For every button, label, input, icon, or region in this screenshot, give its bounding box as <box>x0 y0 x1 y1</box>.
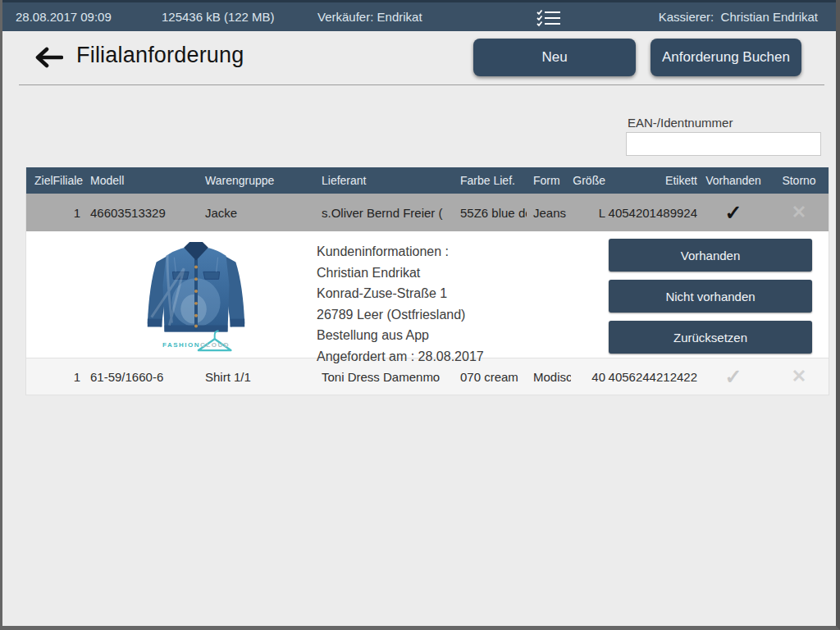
vorhanden-button[interactable]: Vorhanden <box>609 239 812 272</box>
checklist-icon[interactable] <box>536 9 564 27</box>
page-title: Filialanforderung <box>76 43 244 68</box>
kassierer-text: Kassierer: Christian Endrikat <box>659 2 818 31</box>
memory-usage-text: 125436 kB (122 MB) <box>162 2 275 31</box>
verkaeufer-text: Verkäufer: Endrikat <box>317 2 422 31</box>
customer-info-line: Konrad-Zuse-Straße 1 <box>317 283 484 304</box>
vorhanden-check-icon: ✓ <box>725 367 742 387</box>
cell-zielfiliale: 1 <box>26 358 85 395</box>
anforderung-buchen-button[interactable]: Anforderung Buchen <box>651 39 801 76</box>
col-zielfiliale: ZielFiliale <box>26 167 85 194</box>
cell-farbe-lief: 55Z6 blue deni <box>454 194 527 231</box>
cell-form: Modisch <box>527 358 571 395</box>
cell-form: Jeans <box>527 194 571 231</box>
col-warengruppe: Warengruppe <box>200 167 315 194</box>
cell-etikett: 4054201489924 <box>605 194 697 231</box>
col-etikett: Etikett <box>605 167 697 194</box>
col-vorhanden: Vorhanden <box>697 167 769 194</box>
top-status-bar: 28.08.2017 09:09 125436 kB (122 MB) Verk… <box>2 0 836 31</box>
ean-identnummer-input[interactable] <box>626 132 821 156</box>
col-lieferant: Lieferant <box>315 167 454 194</box>
table-header-row: ZielFiliale Modell Warengruppe Lieferant… <box>26 167 829 194</box>
table-row-selected[interactable]: 1 46603513329 Jacke s.Oliver Bernd Freie… <box>26 194 829 231</box>
storno-cross-icon[interactable]: ✕ <box>792 368 806 386</box>
app-window: 28.08.2017 09:09 125436 kB (122 MB) Verk… <box>0 0 840 630</box>
cell-modell: 61-59/1660-6 <box>85 358 200 395</box>
col-groesse: Größe <box>571 167 605 194</box>
datetime-text: 28.08.2017 09:09 <box>16 2 112 31</box>
customer-info-line: Angefordert am : 28.08.2017 <box>317 346 484 368</box>
cell-lieferant: s.Oliver Bernd Freier ( <box>315 194 454 231</box>
col-storno: Storno <box>769 167 829 194</box>
brand-fashion-text: FASHION <box>162 341 200 349</box>
cell-groesse: 40 <box>571 358 605 395</box>
header-divider <box>19 84 824 85</box>
nicht-vorhanden-button[interactable]: Nicht vorhanden <box>609 280 812 313</box>
customer-info-line: Kundeninformationen : <box>317 241 484 262</box>
ean-identnummer-label: EAN-/Identnummer <box>628 116 733 130</box>
cell-zielfiliale: 1 <box>26 194 85 231</box>
customer-info-line: 26789 Leer (Ostfriesland) <box>317 304 484 326</box>
col-farbe-lief: Farbe Lief. <box>454 167 527 194</box>
cell-warengruppe: Shirt 1/1 <box>200 358 315 395</box>
storno-cross-icon[interactable]: ✕ <box>792 203 806 221</box>
cell-etikett: 4056244212422 <box>605 358 697 395</box>
row-detail-panel: FASHIONCLOUD Kundeninformationen : Chris… <box>26 231 829 358</box>
neu-button[interactable]: Neu <box>473 39 636 76</box>
zuruecksetzen-button[interactable]: Zurücksetzen <box>609 321 812 354</box>
col-modell: Modell <box>85 167 200 194</box>
customer-info-line: Bestellung aus App <box>317 325 484 346</box>
product-image-denim-jacket <box>118 235 274 356</box>
cell-groesse: L <box>571 194 605 231</box>
cell-modell: 46603513329 <box>85 194 200 231</box>
fashion-cloud-logo: FASHIONCLOUD <box>118 341 274 349</box>
vorhanden-check-icon: ✓ <box>725 203 742 223</box>
request-table: ZielFiliale Modell Warengruppe Lieferant… <box>25 167 829 395</box>
customer-info-line: Christian Endrikat <box>317 262 484 284</box>
back-arrow-icon[interactable] <box>34 46 63 69</box>
brand-cloud-text: CLOUD <box>200 341 230 349</box>
customer-info-block: Kundeninformationen : Christian Endrikat… <box>317 241 484 367</box>
col-form: Form <box>527 167 571 194</box>
cell-warengruppe: Jacke <box>200 194 315 231</box>
